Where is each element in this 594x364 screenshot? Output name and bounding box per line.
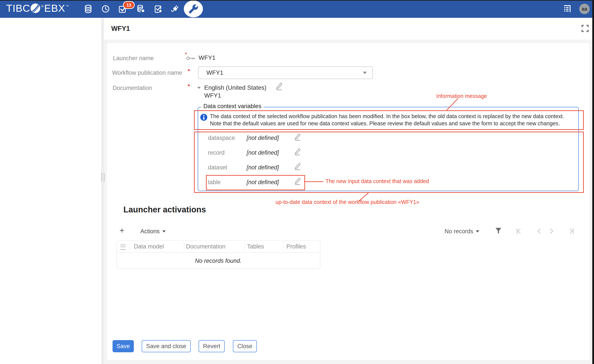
save-button[interactable]: Save bbox=[113, 340, 134, 352]
column-divider bbox=[184, 242, 184, 251]
actions-chevron-down-icon bbox=[162, 230, 166, 232]
content-header bbox=[104, 18, 592, 40]
documentation-label: Documentation bbox=[113, 85, 152, 91]
pagination-last-icon[interactable] bbox=[568, 228, 575, 235]
annotation-up-to-date: up-to-date data context of the workflow … bbox=[276, 199, 419, 205]
top-bar: TIBC ® EBX ™ 13 bbox=[0, 0, 594, 18]
fullscreen-icon[interactable] bbox=[581, 24, 589, 33]
primary-key-icon: * bbox=[186, 54, 196, 61]
annotation-leader-line bbox=[304, 181, 323, 182]
page-title: WFY1 bbox=[111, 25, 130, 33]
required-asterisk: * bbox=[188, 83, 190, 90]
app-window: TIBC ® EBX ™ 13 bbox=[0, 0, 594, 364]
required-asterisk: * bbox=[188, 68, 190, 74]
activations-actions-menu[interactable]: Actions bbox=[140, 228, 166, 235]
column-header-documentation[interactable]: Documentation bbox=[186, 243, 225, 250]
sidebar-splitter[interactable] bbox=[101, 18, 104, 364]
validation-report-icon[interactable] bbox=[154, 5, 162, 13]
tibco-o-swoosh-icon bbox=[30, 3, 40, 13]
scrollbar-track[interactable] bbox=[592, 0, 594, 364]
data-context-legend: Data context variables bbox=[201, 103, 263, 110]
records-count-menu[interactable]: No records bbox=[445, 228, 479, 235]
column-header-data-model[interactable]: Data model bbox=[134, 243, 164, 250]
select-chevron-down-icon bbox=[363, 72, 367, 74]
records-chevron-down-icon bbox=[476, 230, 479, 232]
filter-funnel-icon[interactable] bbox=[495, 227, 502, 235]
annotation-new-input: The new input data context that was adde… bbox=[325, 178, 429, 184]
annotation-box-table-row bbox=[206, 175, 305, 190]
data-edit-icon[interactable] bbox=[136, 5, 145, 13]
data-icon[interactable] bbox=[84, 5, 93, 13]
perspective-list-icon[interactable] bbox=[563, 4, 571, 13]
row-selector-icon[interactable] bbox=[120, 244, 126, 250]
revert-button[interactable]: Revert bbox=[199, 340, 225, 352]
annotation-information-message: Information message bbox=[436, 93, 487, 99]
save-and-close-button[interactable]: Save and close bbox=[142, 340, 191, 352]
close-button[interactable]: Close bbox=[233, 340, 257, 352]
wrench-icon bbox=[188, 4, 198, 14]
workflow-publication-label: Workflow publication name bbox=[112, 69, 182, 76]
pagination-prev-icon[interactable] bbox=[536, 228, 543, 235]
edit-pencil-icon[interactable] bbox=[274, 82, 283, 91]
add-activation-button[interactable]: + bbox=[120, 226, 124, 235]
table-header-divider bbox=[117, 252, 320, 253]
pagination-first-icon[interactable] bbox=[515, 228, 522, 235]
column-divider bbox=[284, 242, 284, 251]
administration-wrench-tab-active[interactable] bbox=[184, 0, 203, 17]
integration-plug-icon[interactable] bbox=[171, 5, 179, 13]
logo-text-left: TIBC bbox=[6, 2, 30, 14]
documentation-value: WFY1 bbox=[204, 92, 221, 99]
launcher-name-value: WFY1 bbox=[199, 54, 216, 61]
launcher-name-label: Launcher name bbox=[113, 55, 154, 62]
logo-tm-mark: ™ bbox=[66, 4, 69, 8]
history-clock-icon[interactable] bbox=[101, 5, 110, 13]
column-header-tables[interactable]: Tables bbox=[247, 243, 264, 250]
task-count-badge: 13 bbox=[123, 1, 135, 9]
window-top-edge bbox=[0, 0, 594, 1]
column-divider bbox=[129, 242, 130, 251]
column-divider bbox=[245, 242, 245, 251]
activations-actions-label: Actions bbox=[140, 228, 160, 235]
documentation-locale: English (United States) bbox=[204, 84, 266, 91]
annotation-box-info-message bbox=[194, 110, 584, 130]
logo-text-right: EBX bbox=[44, 2, 65, 14]
pagination-next-icon[interactable] bbox=[548, 228, 555, 235]
table-empty-message: No records found. bbox=[117, 258, 320, 264]
workflow-publication-select[interactable]: WFY1 bbox=[198, 67, 373, 79]
logo-reg-mark: ® bbox=[41, 4, 44, 8]
workflow-publication-value: WFY1 bbox=[206, 69, 363, 76]
tibco-ebx-logo: TIBC ® EBX ™ bbox=[6, 2, 69, 14]
splitter-handle-icon[interactable] bbox=[101, 173, 104, 182]
column-header-profiles[interactable]: Profiles bbox=[286, 243, 306, 250]
launcher-activations-title: Launcher activations bbox=[123, 205, 206, 214]
documentation-collapse-icon[interactable] bbox=[197, 87, 201, 89]
user-avatar[interactable]: aa bbox=[579, 4, 590, 14]
sidebar bbox=[0, 18, 101, 364]
records-count-label: No records bbox=[445, 228, 473, 235]
required-asterisk: * bbox=[185, 52, 187, 57]
